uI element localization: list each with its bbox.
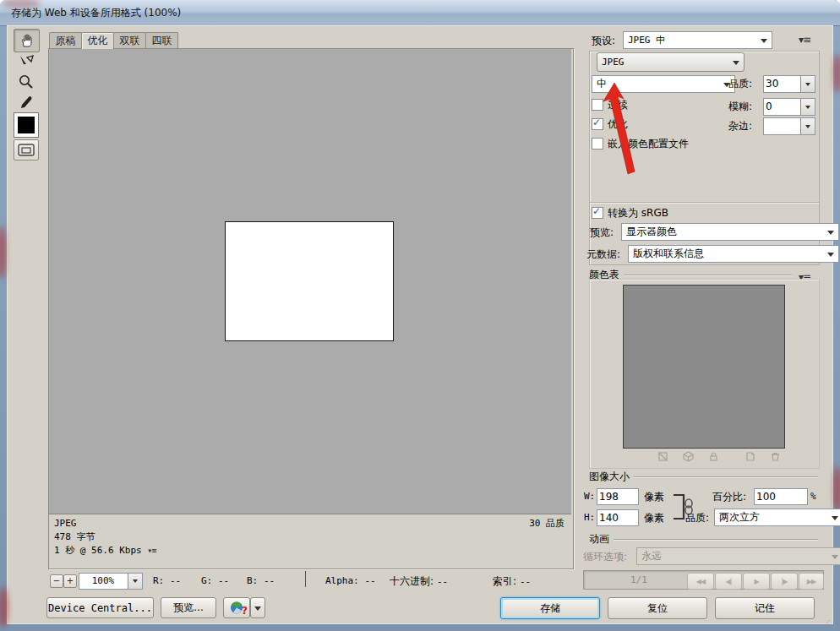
optimize-info: JPEG 478 字节 1 秒 @ 56.6 Kbps ▾≡: [54, 517, 155, 558]
tab-label: 原稿: [56, 34, 76, 48]
swatch-color: [18, 117, 35, 133]
animation-header: 动画: [589, 532, 818, 547]
height-unit: 像素: [644, 512, 664, 524]
web-shift-cube-icon[interactable]: [682, 450, 695, 463]
metadata-value: 版权和联系信息: [633, 247, 704, 261]
desktop-bleed: [833, 54, 840, 93]
file-format-combo[interactable]: JPEG: [597, 52, 745, 72]
preview-mode-combo[interactable]: 显示器颜色: [621, 223, 839, 241]
statusbar-divider: [305, 571, 306, 587]
blur-input[interactable]: [766, 100, 799, 113]
browser-select-button[interactable]: ?: [223, 597, 250, 618]
resize-grip[interactable]: ⋮⋮: [821, 617, 838, 631]
minus-icon: −: [53, 577, 60, 585]
file-size: 478 字节: [54, 530, 155, 544]
previous-frame-button: ◀|: [715, 573, 742, 590]
frame-counter: 1/1: [630, 574, 647, 586]
save-button[interactable]: 存储: [500, 597, 600, 619]
index-readout: 索引: --: [493, 575, 531, 588]
download-time: 1 秒 @ 56.6 Kbps: [54, 545, 142, 556]
zoom-in-button[interactable]: +: [63, 574, 77, 588]
metadata-combo[interactable]: 版权和联系信息: [628, 245, 839, 263]
download-speed-menu-icon[interactable]: ▾≡: [147, 546, 155, 555]
zoom-level-dropdown-button[interactable]: [128, 574, 142, 589]
resample-quality-label: 品质:: [685, 512, 709, 524]
zoom-out-button[interactable]: −: [50, 574, 63, 588]
new-color-icon[interactable]: [744, 450, 756, 463]
height-field[interactable]: [597, 509, 639, 526]
chevron-down-icon: [805, 83, 810, 89]
tab-2up[interactable]: 双联: [113, 32, 146, 48]
quality-readout: 30 品质: [529, 517, 565, 530]
percent-field[interactable]: [754, 488, 808, 505]
document-image: [225, 221, 394, 341]
browser-dropdown-button[interactable]: [250, 597, 265, 618]
matte-input[interactable]: [766, 119, 799, 133]
header-rule: [614, 539, 818, 540]
matte-dropdown-button[interactable]: [800, 118, 815, 134]
zoom-level-value: 100%: [79, 575, 127, 586]
slice-select-tool-button[interactable]: [14, 52, 38, 71]
percent-input[interactable]: [756, 490, 802, 503]
device-central-button[interactable]: Device Central...: [46, 597, 154, 618]
toggle-slices-visibility-button[interactable]: [14, 139, 39, 160]
tab-optimized[interactable]: 优化: [81, 32, 114, 49]
width-label: W:: [584, 491, 595, 503]
resample-quality-value: 两次立方: [719, 510, 760, 525]
snap-to-web-palette-icon[interactable]: [657, 450, 669, 463]
eyedropper-tool-button[interactable]: [14, 92, 38, 112]
r-readout: R: --: [153, 575, 181, 587]
tab-4up[interactable]: 四联: [145, 32, 178, 48]
reset-label: 复位: [647, 601, 668, 616]
chevron-down-icon: [832, 555, 838, 563]
lock-color-icon[interactable]: [707, 450, 720, 463]
blur-spinner[interactable]: [763, 98, 815, 116]
zoom-tool-button[interactable]: [14, 72, 38, 91]
eyedropper-icon: [18, 95, 34, 111]
metadata-label: 元数据:: [586, 248, 620, 260]
resample-quality-combo[interactable]: 两次立方: [714, 509, 840, 526]
chevron-down-icon: [254, 607, 261, 614]
magnifier-icon: [18, 73, 34, 90]
play-button: ▶: [743, 573, 770, 590]
color-table-swatches[interactable]: [623, 285, 785, 449]
hand-tool-button[interactable]: [14, 29, 40, 52]
loop-options-combo: 永远: [636, 547, 840, 565]
first-frame-button: ◀◀: [687, 573, 714, 590]
device-central-label: Device Central...: [48, 602, 152, 614]
hex-readout: 十六进制: --: [390, 575, 448, 588]
width-field[interactable]: [597, 488, 639, 505]
zoom-level-combo[interactable]: 100%: [79, 573, 143, 590]
alpha-readout: Alpha: --: [325, 575, 376, 587]
height-input[interactable]: [599, 511, 633, 524]
quality-input[interactable]: [766, 77, 799, 90]
preview-canvas[interactable]: [49, 49, 571, 514]
image-size-header: 图像大小: [589, 470, 818, 484]
srgb-checkbox[interactable]: [592, 207, 603, 219]
delete-color-icon[interactable]: [769, 450, 782, 463]
preset-combo[interactable]: JPEG 中: [623, 31, 772, 49]
first-frame-icon: ◀◀: [696, 578, 705, 585]
slice-select-icon: [18, 54, 35, 69]
preview-button-label: 预览...: [173, 601, 203, 615]
help-question-glyph: ?: [242, 605, 248, 617]
srgb-row: 转换为 sRGB: [592, 207, 668, 219]
quality-dropdown-button[interactable]: [800, 76, 815, 92]
matte-label: 杂边:: [728, 120, 752, 132]
remember-button[interactable]: 记住: [715, 597, 815, 619]
tab-original[interactable]: 原稿: [49, 32, 82, 48]
matte-spinner[interactable]: [763, 117, 815, 135]
optimize-menu-icon[interactable]: ▾≡: [799, 34, 810, 46]
preview-panel: JPEG 478 字节 1 秒 @ 56.6 Kbps ▾≡ 30 品质: [48, 48, 574, 569]
blur-dropdown-button[interactable]: [800, 99, 815, 115]
play-icon: ▶: [754, 578, 758, 585]
quality-spinner[interactable]: [763, 75, 815, 93]
eyedropper-color-swatch[interactable]: [14, 112, 39, 138]
save-for-web-dialog: 存储为 Web 和设备所用格式 (100%): [0, 0, 840, 631]
last-frame-button: ▶▶: [799, 573, 824, 590]
width-input[interactable]: [599, 490, 633, 503]
reset-button[interactable]: 复位: [608, 597, 707, 619]
preview-in-browser-button[interactable]: 预览...: [161, 597, 216, 618]
titlebar[interactable]: 存储为 Web 和设备所用格式 (100%): [0, 0, 840, 26]
quality-label: 品质:: [728, 78, 752, 90]
